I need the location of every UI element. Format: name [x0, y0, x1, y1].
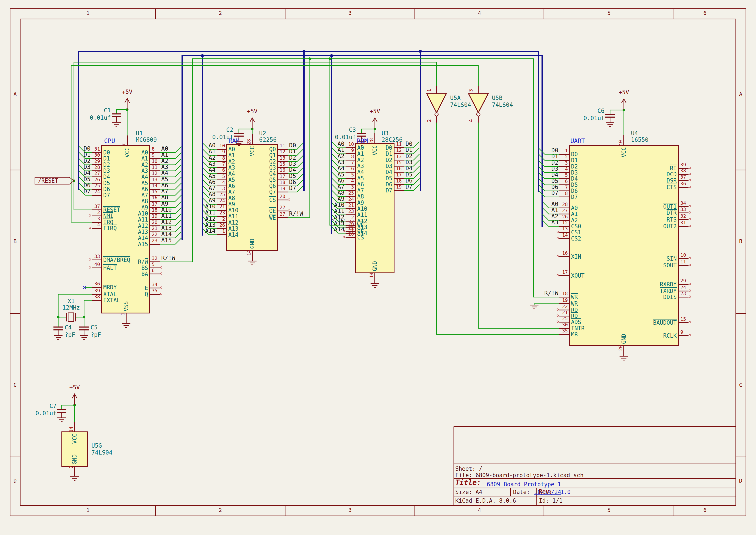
inverter-u5b[interactable] — [469, 86, 488, 123]
reset-net[interactable] — [74, 62, 437, 210]
bus-entry-wires — [79, 142, 559, 244]
plus5v-symbols — [72, 99, 626, 405]
address-bus[interactable] — [182, 56, 542, 240]
data-bus[interactable] — [79, 51, 538, 192]
schematic-sheet: 31D0D030D1D129D2D228D3D327D4D426D5D525D6… — [0, 0, 756, 535]
reset-global-label-shape[interactable] — [35, 177, 74, 184]
capacitor-plates[interactable] — [53, 114, 615, 412]
sheet-frame — [10, 9, 746, 516]
inverter-u5a[interactable] — [427, 86, 446, 123]
rw-net[interactable] — [160, 59, 559, 297]
wires-and-symbols[interactable] — [0, 0, 756, 535]
title-block-frame — [454, 427, 736, 505]
wire-junctions — [57, 57, 625, 407]
crystal-symbol[interactable] — [67, 313, 75, 322]
wires[interactable] — [58, 59, 624, 422]
